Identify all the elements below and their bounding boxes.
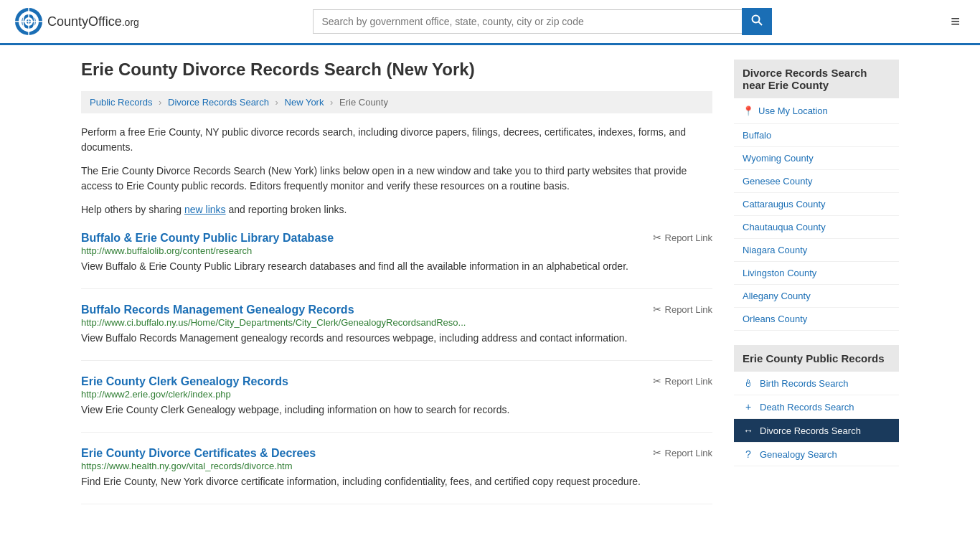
result-title-3[interactable]: Erie County Divorce Certificates & Decre… xyxy=(81,447,316,460)
record-label-2: Divorce Records Search xyxy=(760,425,861,436)
result-url-3[interactable]: https://www.health.ny.gov/vital_records/… xyxy=(81,461,293,471)
records-link-3[interactable]: ? Genealogy Search xyxy=(734,443,899,466)
result-item-0: Buffalo & Erie County Public Library Dat… xyxy=(81,232,712,289)
records-link-2[interactable]: ↔ Divorce Records Search xyxy=(734,419,899,442)
record-icon-1: + xyxy=(743,401,754,413)
logo-area: CountyOffice.org xyxy=(14,7,139,36)
breadcrumb: Public Records › Divorce Records Search … xyxy=(81,91,712,113)
site-header: CountyOffice.org ≡ xyxy=(0,0,980,45)
para3-pre: Help others by sharing xyxy=(81,204,184,215)
nearby-link-3[interactable]: Cattaraugus County xyxy=(734,193,899,215)
result-title-1[interactable]: Buffalo Records Management Genealogy Rec… xyxy=(81,303,354,316)
nearby-list-item-0: Buffalo xyxy=(734,124,899,147)
nearby-list-item-6: Livingston County xyxy=(734,262,899,285)
nearby-list-item-4: Chautauqua County xyxy=(734,216,899,239)
nearby-link-7[interactable]: Allegany County xyxy=(734,285,899,307)
content-area: Erie County Divorce Records Search (New … xyxy=(81,60,712,504)
nearby-list-item-2: Genesee County xyxy=(734,170,899,193)
sidebar-nearby-title: Divorce Records Search near Erie County xyxy=(734,60,899,98)
logo-text: CountyOffice.org xyxy=(47,14,139,29)
use-my-location[interactable]: 📍 Use My Location xyxy=(734,98,899,124)
record-label-0: Birth Records Search xyxy=(760,378,849,389)
sidebar-records-title: Erie County Public Records xyxy=(734,345,899,372)
report-link-1[interactable]: ✂ Report Link xyxy=(653,303,712,315)
result-url-0[interactable]: http://www.buffalolib.org/content/resear… xyxy=(81,245,252,256)
search-input[interactable] xyxy=(313,9,742,34)
new-links-link[interactable]: new links xyxy=(184,204,226,215)
breadcrumb-sep-2: › xyxy=(275,97,278,108)
result-desc-3: Find Erie County, New York divorce certi… xyxy=(81,474,712,489)
result-header-1: Buffalo Records Management Genealogy Rec… xyxy=(81,303,712,316)
breadcrumb-sep-1: › xyxy=(159,97,161,108)
breadcrumb-new-york[interactable]: New York xyxy=(285,97,324,108)
result-desc-0: View Buffalo & Erie County Public Librar… xyxy=(81,259,712,274)
nearby-link-1[interactable]: Wyoming County xyxy=(734,147,899,169)
main-container: Erie County Divorce Records Search (New … xyxy=(67,45,913,519)
description-para1: Perform a free Erie County, NY public di… xyxy=(81,125,712,155)
breadcrumb-erie-county: Erie County xyxy=(339,97,388,108)
nearby-list-item-1: Wyoming County xyxy=(734,147,899,170)
records-list-item-2: ↔ Divorce Records Search xyxy=(734,419,899,443)
records-link-1[interactable]: + Death Records Search xyxy=(734,395,899,418)
result-desc-2: View Erie County Clerk Genealogy webpage… xyxy=(81,402,712,418)
nearby-link-6[interactable]: Livingston County xyxy=(734,262,899,284)
record-icon-0: 🕯 xyxy=(743,377,754,389)
record-icon-3: ? xyxy=(743,448,754,460)
use-my-location-label: Use My Location xyxy=(758,105,828,116)
sidebar-nearby-section: Divorce Records Search near Erie County … xyxy=(734,60,899,331)
result-desc-1: View Buffalo Records Management genealog… xyxy=(81,331,712,346)
records-list-item-0: 🕯 Birth Records Search xyxy=(734,372,899,395)
svg-point-8 xyxy=(752,16,759,23)
nearby-link-8[interactable]: Orleans County xyxy=(734,308,899,330)
result-url-1[interactable]: http://www.ci.buffalo.ny.us/Home/City_De… xyxy=(81,317,466,328)
records-list-item-3: ? Genealogy Search xyxy=(734,443,899,466)
report-label-2: Report Link xyxy=(665,376,712,387)
nearby-link-5[interactable]: Niagara County xyxy=(734,239,899,261)
nearby-list-item-5: Niagara County xyxy=(734,239,899,262)
scissor-icon-1: ✂ xyxy=(653,303,661,315)
report-link-0[interactable]: ✂ Report Link xyxy=(653,232,712,243)
nearby-list-item-3: Cattaraugus County xyxy=(734,193,899,216)
breadcrumb-public-records[interactable]: Public Records xyxy=(90,97,152,108)
result-item-3: Erie County Divorce Certificates & Decre… xyxy=(81,447,712,504)
report-label-0: Report Link xyxy=(665,232,712,243)
description-para2: The Erie County Divorce Records Search (… xyxy=(81,164,712,194)
result-title-0[interactable]: Buffalo & Erie County Public Library Dat… xyxy=(81,232,334,245)
breadcrumb-divorce-records[interactable]: Divorce Records Search xyxy=(168,97,269,108)
search-button[interactable] xyxy=(742,8,772,35)
search-icon xyxy=(751,14,763,26)
records-link-0[interactable]: 🕯 Birth Records Search xyxy=(734,372,899,395)
para3-post: and reporting broken links. xyxy=(226,204,347,215)
result-item-1: Buffalo Records Management Genealogy Rec… xyxy=(81,303,712,361)
results-container: Buffalo & Erie County Public Library Dat… xyxy=(81,232,712,504)
page-title: Erie County Divorce Records Search (New … xyxy=(81,60,712,80)
logo-suffix: .org xyxy=(122,17,139,28)
nearby-link-2[interactable]: Genesee County xyxy=(734,170,899,192)
result-title-2[interactable]: Erie County Clerk Genealogy Records xyxy=(81,375,288,388)
records-links-list: 🕯 Birth Records Search + Death Records S… xyxy=(734,372,899,466)
description-para3: Help others by sharing new links and rep… xyxy=(81,202,712,217)
report-label-3: Report Link xyxy=(665,448,712,458)
result-item-2: Erie County Clerk Genealogy Records ✂ Re… xyxy=(81,375,712,433)
result-header-0: Buffalo & Erie County Public Library Dat… xyxy=(81,232,712,245)
nearby-link-4[interactable]: Chautauqua County xyxy=(734,216,899,238)
location-pin-icon: 📍 xyxy=(743,105,754,116)
logo-name: CountyOffice xyxy=(47,14,122,29)
record-icon-2: ↔ xyxy=(743,425,754,436)
sidebar-records-section: Erie County Public Records 🕯 Birth Recor… xyxy=(734,345,899,466)
hamburger-menu-button[interactable]: ≡ xyxy=(945,9,966,34)
scissor-icon-2: ✂ xyxy=(653,375,661,387)
record-label-1: Death Records Search xyxy=(760,402,854,413)
result-header-2: Erie County Clerk Genealogy Records ✂ Re… xyxy=(81,375,712,388)
record-label-3: Genealogy Search xyxy=(760,449,837,460)
nearby-list-item-7: Allegany County xyxy=(734,285,899,308)
scissor-icon-0: ✂ xyxy=(653,232,661,243)
breadcrumb-sep-3: › xyxy=(330,97,333,108)
search-area xyxy=(313,8,772,35)
logo-icon xyxy=(14,7,43,36)
report-link-2[interactable]: ✂ Report Link xyxy=(653,375,712,387)
nearby-list-item-8: Orleans County xyxy=(734,308,899,331)
nearby-link-0[interactable]: Buffalo xyxy=(734,124,899,146)
report-link-3[interactable]: ✂ Report Link xyxy=(653,447,712,458)
result-url-2[interactable]: http://www2.erie.gov/clerk/index.php xyxy=(81,389,231,400)
